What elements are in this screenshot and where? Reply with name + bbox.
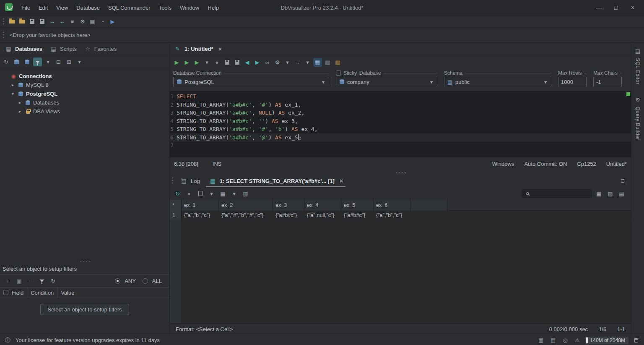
tab-scripts[interactable]: ▤Scripts (49, 44, 77, 53)
filter-on-icon[interactable] (33, 58, 42, 66)
rail-tab-sql-editor[interactable]: ▤SQL Editor (634, 47, 642, 84)
menu-sql-commander[interactable]: SQL Commander (104, 5, 155, 11)
tab-favorites[interactable]: ☆Favorites (83, 44, 117, 53)
forward-icon[interactable]: ▶ (253, 58, 262, 67)
export-result-icon[interactable]: ▥ (323, 58, 332, 67)
setup-filters-button[interactable]: Select an object to setup filters (40, 304, 129, 315)
toolbar-grip[interactable] (3, 31, 5, 39)
chart-icon[interactable]: ▥ (333, 58, 342, 67)
chevron-down-icon[interactable]: ▾ (44, 58, 52, 66)
goto-icon[interactable]: → (293, 58, 302, 67)
window-icon[interactable]: ⊞ (65, 58, 73, 66)
filter-select-all-checkbox[interactable] (3, 290, 8, 295)
grid-icon[interactable]: ▦ (88, 17, 97, 26)
menu-database[interactable]: Database (72, 5, 104, 11)
chevron-down-icon[interactable]: ▾ (303, 58, 312, 67)
chevron-down-icon[interactable]: ▾ (207, 189, 216, 198)
remove-icon[interactable]: − (26, 277, 35, 285)
record-icon[interactable]: ● (184, 189, 193, 198)
export-icon[interactable] (196, 189, 205, 198)
tree-item-connections[interactable]: ◉Connections (0, 72, 169, 81)
database-select[interactable]: company ▾ (336, 77, 437, 87)
bookmark-icon[interactable]: ▶ (108, 17, 117, 26)
cell-ex-2[interactable]: {"a","#","b","#","c"} (219, 211, 273, 220)
result-search-input[interactable] (532, 190, 589, 197)
trash-icon[interactable] (632, 336, 641, 345)
schema-select[interactable]: ▦ public ▾ (444, 77, 551, 87)
link-icon[interactable]: ∞ (263, 58, 272, 67)
record-icon[interactable]: ● (213, 58, 221, 67)
save-all-icon[interactable] (38, 17, 47, 26)
row-number[interactable]: 1 (170, 211, 182, 220)
menu-tools[interactable]: Tools (155, 5, 176, 11)
column-header-ex-1[interactable]: ex_1 (182, 200, 219, 211)
radio-any[interactable] (115, 278, 120, 284)
wrench-icon[interactable]: ⚙ (273, 58, 282, 67)
warning-icon[interactable]: ⚠ (573, 336, 582, 345)
grid-icon[interactable]: ▦ (537, 336, 545, 345)
connect-icon[interactable]: → (48, 17, 57, 26)
refresh-icon[interactable]: ↻ (49, 277, 57, 285)
maximize-panel-icon[interactable] (618, 177, 627, 186)
result-tab-grid[interactable]: ▦1: SELECT STRING_TO_ARRAY('a#b#c'... [1… (204, 175, 347, 187)
tree-item-databases[interactable]: ▸Databases (0, 98, 169, 107)
result-tab-log[interactable]: ▤Log (175, 175, 204, 187)
menu-window[interactable]: Window (176, 5, 203, 11)
open-folder-icon[interactable] (8, 17, 16, 26)
cell-ex-5[interactable]: {"a#b#c"} (341, 211, 374, 220)
column-header-ex-3[interactable]: ex_3 (273, 200, 304, 211)
result-search-box[interactable] (522, 189, 592, 198)
wrench-icon[interactable]: ⚙ (78, 17, 87, 26)
execute-current-icon[interactable]: ▶ (182, 58, 191, 67)
sticky-checkbox[interactable] (336, 71, 341, 76)
close-tab-icon[interactable]: × (340, 178, 343, 184)
row-selector-header[interactable]: * (170, 200, 182, 211)
chevron-down-icon[interactable]: ▾ (203, 58, 211, 67)
menu-file[interactable]: File (17, 5, 34, 11)
connect-db-icon[interactable] (12, 58, 21, 66)
grid-view-icon[interactable]: ▦ (595, 189, 603, 198)
close-icon[interactable]: × (628, 3, 637, 12)
filter-icon[interactable] (37, 277, 46, 285)
tab-databases[interactable]: ▦Databases (4, 44, 42, 53)
results-splitter[interactable] (170, 170, 631, 175)
execute-icon[interactable]: ▶ (172, 58, 181, 67)
cell-ex-3[interactable]: {"a#b#c"} (273, 211, 304, 220)
menu-help[interactable]: Help (203, 5, 223, 11)
close-tab-icon[interactable]: × (218, 46, 222, 52)
duplicate-icon[interactable]: ▣ (15, 277, 23, 285)
database-connection-select[interactable]: PostgreSQL ▾ (173, 77, 329, 87)
tree-item-mysql-8[interactable]: ▸MySQL 8 (0, 81, 169, 89)
transpose-view-icon[interactable]: ▧ (606, 189, 615, 198)
max-chars-input[interactable]: -1 (593, 77, 622, 87)
memory-icon[interactable]: ▤ (549, 336, 558, 345)
panel-splitter[interactable] (0, 259, 169, 264)
pin-icon[interactable]: ◎ (561, 336, 570, 345)
minimize-icon[interactable]: — (595, 3, 604, 12)
menu-edit[interactable]: Edit (34, 5, 52, 11)
column-header-ex-4[interactable]: ex_4 (304, 200, 341, 211)
menu-view[interactable]: View (52, 5, 72, 11)
editor-tab-untitled[interactable]: ✎ 1: Untitled* × (173, 44, 222, 53)
column-header-ex-6[interactable]: ex_6 (374, 200, 410, 211)
cell-ex-1[interactable]: {"a","b","c"} (182, 211, 219, 220)
sql-editor[interactable]: 1SELECT2STRING_TO_ARRAY('a#b#c', '#') AS… (170, 91, 631, 157)
tree-item-postgresql[interactable]: ▾PostgreSQL (0, 89, 169, 98)
save-all-icon[interactable] (233, 58, 242, 67)
add-icon[interactable]: + (3, 277, 12, 285)
collapse-icon[interactable]: ⊟ (54, 58, 63, 66)
chevron-down-icon[interactable]: ▾ (75, 58, 84, 66)
max-rows-input[interactable]: 1000 (558, 77, 587, 87)
new-folder-icon[interactable] (18, 17, 26, 26)
execute-script-icon[interactable]: ▶ (192, 58, 201, 67)
clock-icon[interactable]: ◔ (98, 17, 107, 26)
radio-all[interactable] (143, 278, 148, 284)
column-header-ex-5[interactable]: ex_5 (341, 200, 374, 211)
toolbar-grip[interactable] (3, 18, 5, 26)
refresh-icon[interactable]: ↻ (2, 58, 10, 66)
rail-tab-query-builder[interactable]: ⚙Query Builder (634, 95, 642, 140)
chevron-down-icon[interactable]: ▾ (230, 189, 239, 198)
cell-ex-4[interactable]: {"a",null,"c"} (304, 211, 341, 220)
save-icon[interactable] (223, 58, 231, 67)
maximize-icon[interactable]: □ (611, 3, 621, 12)
